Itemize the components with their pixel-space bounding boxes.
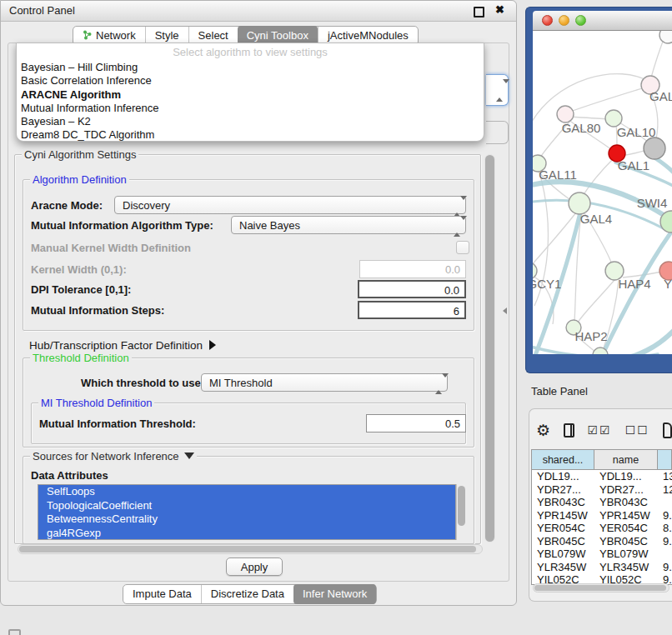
attribute-item-betweennesscentrality[interactable]: BetweennessCentrality: [38, 512, 455, 527]
which-threshold-value: MI Threshold: [209, 377, 273, 389]
attribute-item-gal4rgexp[interactable]: gal4RGexp: [38, 527, 455, 540]
column-header-shared[interactable]: shared...: [532, 450, 594, 470]
table-row[interactable]: YBL079WYBL079W: [532, 548, 672, 561]
tab-impute-data[interactable]: Impute Data: [123, 585, 201, 603]
dropdown-item-bayesian-k2[interactable]: Bayesian – K2: [17, 115, 484, 128]
desktop: Control Panel ✖ NetworkStyleSelectCyni T…: [0, 0, 672, 635]
zoom-traffic-light[interactable]: [575, 15, 586, 26]
inference-algorithm-combobox-partial[interactable]: [486, 74, 509, 106]
table-row[interactable]: YDL19...YDL19...13: [532, 470, 672, 483]
network-view-window: GALGAL80GAL10GAL1GAL11SWI4GAL4GCY1HAP4YH…: [525, 7, 672, 373]
dpi-tolerance-field[interactable]: 0.0: [358, 280, 466, 298]
table-cell: YER054C: [532, 522, 594, 535]
node-label-hap2: HAP2: [574, 329, 607, 343]
scrollbar-thumb[interactable]: [458, 486, 465, 526]
which-threshold-combobox[interactable]: MI Threshold: [201, 373, 448, 392]
network-canvas[interactable]: GALGAL80GAL10GAL1GAL11SWI4GAL4GCY1HAP4YH…: [533, 31, 672, 354]
dropdown-item-dream8-dc-tdc-algorithm[interactable]: Dream8 DC_TDC Algorithm: [17, 128, 484, 142]
table-cell: 9.: [658, 561, 672, 574]
table-cell: 8.: [658, 522, 672, 535]
close-traffic-light[interactable]: [542, 15, 553, 26]
document-icon[interactable]: [663, 422, 672, 438]
table-cell: YBL079W: [532, 548, 594, 561]
aracne-mode-combobox[interactable]: Discovery: [114, 196, 466, 214]
table-row[interactable]: YLR345WYLR345W9.: [532, 561, 672, 574]
algorithm-definition-title: Algorithm Definition: [30, 173, 129, 186]
dropdown-item-aracne-algorithm[interactable]: ARACNE Algorithm: [17, 88, 484, 102]
mi-algorithm-type-label: Mutual Information Algorithm Type:: [31, 219, 213, 232]
network-node-gal80[interactable]: [557, 106, 574, 122]
kernel-width-label: Kernel Width (0,1):: [31, 263, 127, 276]
select-all-checkboxes-icon[interactable]: ☑☑: [588, 423, 612, 437]
dropdown-item-basic-correlation-inference[interactable]: Basic Correlation Inference: [17, 74, 484, 88]
settings-horizontal-scrollbar[interactable]: [18, 544, 483, 554]
gear-icon[interactable]: ⚙: [536, 421, 550, 440]
dropdown-prompt: Select algorithm to view settings: [17, 43, 484, 61]
table-header: shared...name: [532, 450, 672, 470]
dropdown-item-mutual-information-inference[interactable]: Mutual Information Inference: [17, 102, 484, 115]
tab-label: jActiveMNodules: [328, 29, 409, 42]
scrollbar-thumb[interactable]: [534, 585, 666, 591]
control-panel-titlebar: Control Panel ✖: [1, 1, 516, 22]
kernel-width-field[interactable]: 0.0: [359, 260, 466, 278]
hub-definition-toggle[interactable]: Hub/Transcription Factor Definition: [29, 339, 216, 352]
tab-label: Cyni Toolbox: [247, 29, 308, 42]
table-cell: YBR043C: [594, 496, 658, 509]
manual-kernel-width-checkbox[interactable]: [456, 241, 469, 254]
tab-infer-network[interactable]: Infer Network: [293, 584, 376, 604]
table-row[interactable]: YDR27...YDR27...12: [532, 483, 672, 497]
which-threshold-label: Which threshold to use:: [81, 377, 204, 389]
table-cell: 13: [658, 470, 672, 483]
table-row[interactable]: YPR145WYPR145W9.: [532, 509, 672, 522]
split-pane-collapse-icon[interactable]: [503, 308, 507, 314]
table-row[interactable]: YER054CYER054C8.: [532, 522, 672, 535]
mi-steps-field[interactable]: 6: [358, 301, 466, 319]
attribute-item-selfloops[interactable]: SelfLoops: [38, 485, 455, 499]
apply-button[interactable]: Apply: [226, 558, 283, 576]
column-header-name[interactable]: name: [594, 450, 658, 470]
network-node-unlabeled[interactable]: [644, 138, 665, 159]
sources-group-title[interactable]: Sources for Network Inference: [30, 450, 197, 462]
float-window-icon[interactable]: [474, 7, 484, 18]
table-cell: 9.: [658, 535, 672, 548]
attributes-list-scrollbar[interactable]: [456, 484, 466, 540]
mi-threshold-label: Mutual Information Threshold:: [39, 418, 196, 430]
node-label-gal: GAL: [649, 89, 672, 103]
manual-kernel-width-label: Manual Kernel Width Definition: [31, 242, 191, 254]
grid-handle-icon[interactable]: [8, 629, 21, 635]
close-icon[interactable]: ✖: [495, 3, 504, 16]
deselect-all-checkboxes-icon[interactable]: ☐☐: [625, 423, 649, 437]
minimize-traffic-light[interactable]: [559, 15, 569, 26]
dropdown-item-bayesian-hill-climbing[interactable]: Bayesian – Hill Climbing: [17, 61, 484, 74]
table-cell: YPR145W: [532, 509, 594, 522]
tab-discretize-data[interactable]: Discretize Data: [201, 585, 293, 603]
scrollbar-thumb[interactable]: [19, 546, 476, 552]
node-label-gal4: GAL4: [580, 212, 612, 226]
scrollbar-thumb[interactable]: [485, 155, 494, 542]
table-cell: YBL079W: [594, 548, 658, 561]
settings-group-title: Cyni Algorithm Settings: [22, 148, 138, 161]
column-header-2[interactable]: [658, 450, 672, 470]
network-node-unlabeled[interactable]: [659, 31, 672, 43]
table-cell: [658, 496, 672, 509]
hub-definition-label: Hub/Transcription Factor Definition: [29, 339, 203, 352]
network-node-gal10[interactable]: [605, 110, 622, 127]
table-panel-title: Table Panel: [531, 385, 588, 398]
mi-threshold-field[interactable]: 0.5: [366, 414, 466, 432]
table-cell: YLR345W: [594, 561, 658, 574]
aracne-mode-value: Discovery: [123, 199, 170, 212]
settings-vertical-scrollbar[interactable]: [484, 154, 495, 542]
table-horizontal-scrollbar[interactable]: [533, 583, 669, 592]
table-cell: [658, 548, 672, 561]
column-view-icon[interactable]: [564, 423, 574, 438]
node-attribute-table: shared...name YDL19...YDL19...13YDR27...…: [531, 449, 672, 585]
attribute-item-topologicalcoefficient[interactable]: TopologicalCoefficient: [38, 499, 455, 513]
dpi-tolerance-label: DPI Tolerance [0,1]:: [31, 283, 131, 296]
mi-algorithm-type-combobox[interactable]: Naive Bayes: [231, 216, 466, 234]
node-label-swi4: SWI4: [637, 196, 668, 210]
node-label-hap4: HAP4: [618, 277, 650, 291]
table-row[interactable]: YBR045CYBR045C9.: [532, 535, 672, 548]
node-label-gcy1: GCY1: [533, 277, 561, 291]
table-row[interactable]: YBR043CYBR043C: [532, 496, 672, 509]
control-panel-window: Control Panel ✖ NetworkStyleSelectCyni T…: [0, 0, 517, 606]
